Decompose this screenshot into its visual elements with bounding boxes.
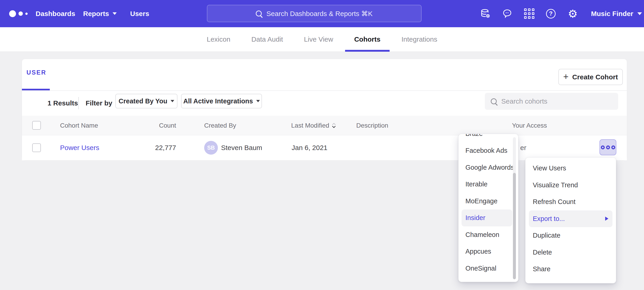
menu-item-google-adwords[interactable]: Google Adwords bbox=[458, 159, 518, 176]
integrations-filter-dropdown[interactable]: All Active Integrations bbox=[181, 94, 262, 108]
export-destinations-menu: Braze Facebook Ads Google Adwords Iterab… bbox=[458, 134, 518, 282]
help-icon[interactable]: ? bbox=[545, 0, 557, 27]
chevron-down-icon bbox=[256, 100, 260, 102]
cohort-count: 22,777 bbox=[136, 135, 176, 160]
filter-by-label: Filter by bbox=[86, 96, 112, 111]
cohort-search-input[interactable] bbox=[501, 97, 611, 105]
active-tab-underline bbox=[345, 50, 390, 52]
cohorts-card: USER + Create Cohort 1 Results Filter by… bbox=[22, 59, 627, 161]
menu-item-refresh-count[interactable]: Refresh Count bbox=[526, 194, 616, 210]
menu-item-facebook-ads[interactable]: Facebook Ads bbox=[458, 142, 518, 159]
nav-link-reports[interactable]: Reports bbox=[83, 0, 117, 27]
nav-link-label: Users bbox=[130, 10, 149, 18]
creator-avatar: SB bbox=[204, 141, 218, 155]
top-nav: Dashboards Reports Users Search Dashboar… bbox=[0, 0, 644, 27]
apps-grid-icon[interactable] bbox=[523, 0, 535, 27]
menu-item-export-to[interactable]: Export to... bbox=[529, 210, 612, 227]
more-actions-icon bbox=[601, 146, 605, 149]
menu-item-appcues[interactable]: Appcues bbox=[458, 243, 518, 260]
select-all-checkbox[interactable] bbox=[32, 121, 41, 130]
submenu-arrow-icon bbox=[605, 217, 608, 221]
nav-link-dashboards[interactable]: Dashboards bbox=[36, 0, 75, 27]
account-label: Music Finder bbox=[591, 10, 633, 18]
global-search-placeholder: Search Dashboards & Reports ⌘K bbox=[266, 10, 372, 18]
global-search-input[interactable]: Search Dashboards & Reports ⌘K bbox=[207, 5, 422, 22]
col-header-last-modified[interactable]: Last Modified bbox=[291, 116, 336, 135]
menu-item-view-users[interactable]: View Users bbox=[526, 160, 616, 177]
plus-icon: + bbox=[563, 72, 568, 81]
tab-user-cohorts[interactable]: USER bbox=[26, 69, 46, 76]
data-management-icon[interactable] bbox=[479, 0, 491, 27]
more-actions-button[interactable] bbox=[600, 139, 616, 155]
menu-item-share[interactable]: Share bbox=[526, 261, 616, 278]
col-header-cohort-name: Cohort Name bbox=[60, 116, 98, 135]
section-tabbar: Lexicon Data Audit Live View Cohorts Int… bbox=[0, 27, 644, 52]
col-header-created-by: Created By bbox=[204, 116, 236, 135]
results-count: 1 Results bbox=[48, 96, 78, 111]
menu-item-insider[interactable]: Insider bbox=[462, 210, 512, 226]
last-modified-date: Jan 6, 2021 bbox=[292, 135, 328, 160]
menu-item-iterable[interactable]: Iterable bbox=[458, 176, 518, 193]
creator-name: Steven Baum bbox=[221, 135, 262, 160]
brand-dots-logo-icon[interactable] bbox=[9, 0, 28, 27]
menu-item-duplicate[interactable]: Duplicate bbox=[526, 227, 616, 244]
menu-item-onesignal[interactable]: OneSignal bbox=[458, 260, 518, 277]
menu-item-braze-clipped[interactable]: Braze bbox=[458, 134, 513, 139]
tab-cohorts[interactable]: Cohorts bbox=[354, 27, 380, 52]
row-checkbox[interactable] bbox=[32, 143, 41, 152]
row-actions-menu: View Users Visualize Trend Refresh Count… bbox=[525, 157, 616, 283]
search-icon bbox=[256, 11, 262, 17]
feedback-bubble-icon[interactable] bbox=[501, 0, 513, 27]
sort-icon bbox=[332, 122, 336, 129]
your-access-value-clipped: er bbox=[520, 135, 526, 160]
menu-scrollbar-thumb[interactable] bbox=[513, 173, 516, 279]
col-header-your-access: Your Access bbox=[512, 116, 547, 135]
account-menu[interactable]: Music Finder bbox=[591, 0, 642, 27]
nav-link-label: Dashboards bbox=[36, 10, 75, 18]
created-by-filter-dropdown[interactable]: Created By You bbox=[115, 94, 178, 108]
divider bbox=[22, 90, 627, 91]
nav-link-label: Reports bbox=[83, 10, 109, 18]
nav-link-users[interactable]: Users bbox=[130, 0, 149, 27]
chevron-down-icon bbox=[638, 12, 642, 15]
col-header-description: Description bbox=[356, 116, 388, 135]
settings-gear-icon[interactable]: ⚙ bbox=[567, 0, 579, 27]
divider bbox=[78, 97, 79, 109]
cohort-name-link[interactable]: Power Users bbox=[60, 135, 99, 160]
tab-integrations[interactable]: Integrations bbox=[402, 27, 437, 52]
chevron-down-icon bbox=[112, 12, 117, 15]
create-cohort-button[interactable]: + Create Cohort bbox=[558, 69, 623, 85]
tab-live-view[interactable]: Live View bbox=[304, 27, 333, 52]
cohort-search-box[interactable] bbox=[485, 93, 618, 110]
tab-lexicon[interactable]: Lexicon bbox=[207, 27, 230, 52]
col-header-count: Count bbox=[136, 116, 176, 135]
menu-item-chameleon[interactable]: Chameleon bbox=[458, 226, 518, 243]
chevron-down-icon bbox=[170, 100, 174, 102]
tab-data-audit[interactable]: Data Audit bbox=[252, 27, 283, 52]
menu-item-moengage[interactable]: MoEngage bbox=[458, 193, 518, 210]
search-icon bbox=[491, 98, 497, 104]
menu-item-visualize-trend[interactable]: Visualize Trend bbox=[526, 177, 616, 194]
menu-item-delete[interactable]: Delete bbox=[526, 244, 616, 261]
